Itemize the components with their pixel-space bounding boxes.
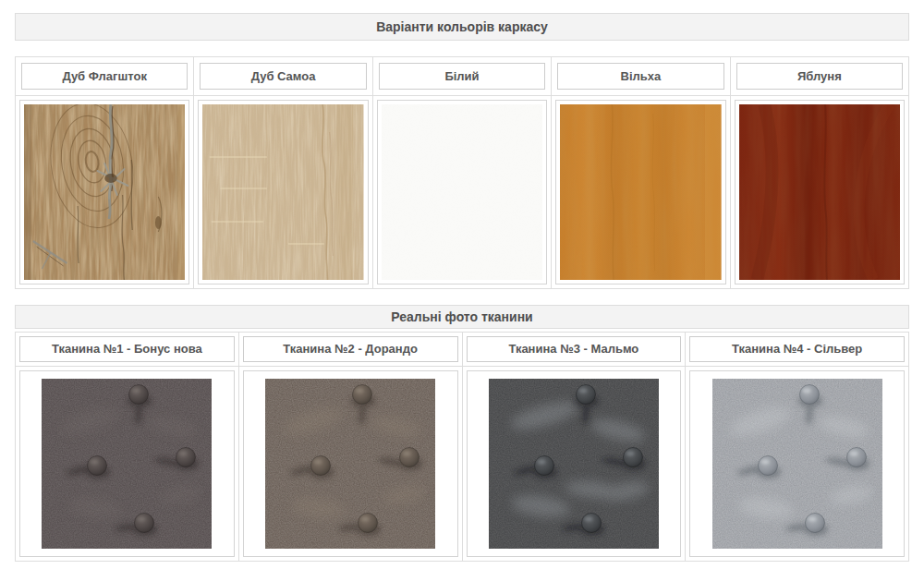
color-option-label: Яблуня — [736, 63, 903, 90]
color-option-label: Білий — [379, 63, 545, 90]
swatch-frame — [467, 370, 682, 557]
color-option-dub-samoa: Дуб Самоа — [194, 57, 372, 288]
section-title: Варіанти кольорів каркасу — [376, 19, 548, 34]
wood-swatch-image-vilkha — [560, 104, 721, 280]
color-option-label: Дуб Флагшток — [21, 63, 188, 90]
section-title: Реальні фото тканини — [391, 309, 532, 324]
color-option-yablunya: Яблуня — [731, 57, 908, 288]
fabric-option-1: Тканина №1 - Бонус нова — [16, 333, 239, 561]
fabric-photo-dorando — [265, 379, 435, 549]
section-header-fabric-photos: Реальні фото тканини — [15, 305, 909, 329]
frame-colors-table: Дуб Флагшток — [15, 56, 909, 289]
fabric-photo-malmo — [489, 379, 659, 549]
color-option-label: Дуб Самоа — [200, 63, 366, 90]
fabric-option-label: Тканина №2 - Дорандо — [243, 336, 458, 362]
color-option-label: Вільха — [557, 63, 723, 90]
fabric-photos-table: Тканина №1 - Бонус нова — [15, 332, 909, 562]
section-header-frame-colors: Варіанти кольорів каркасу — [15, 13, 909, 41]
color-option-dub-flagshtok: Дуб Флагшток — [16, 57, 194, 288]
fabric-photo-bonus-nova — [42, 379, 212, 549]
fabric-option-4: Тканина №4 - Сільвер — [686, 333, 908, 561]
swatch-frame — [689, 370, 905, 557]
fabric-option-2: Тканина №2 - Дорандо — [239, 333, 463, 561]
swatch-frame — [19, 370, 235, 557]
wood-swatch-image-dub-flagshtok — [24, 104, 185, 280]
page-content: Варіанти кольорів каркасу Дуб Флагшток — [0, 0, 924, 562]
fabric-option-3: Тканина №3 - Мальмо — [463, 333, 687, 561]
fabric-option-label: Тканина №3 - Мальмо — [467, 336, 682, 362]
wood-swatch-image-bilyi — [382, 104, 542, 280]
color-option-bilyi: Білий — [373, 57, 552, 288]
fabric-option-label: Тканина №4 - Сільвер — [689, 336, 905, 362]
wood-swatch-image-dub-samoa — [202, 104, 363, 280]
swatch-frame — [555, 100, 725, 284]
fabric-photo-silver — [712, 379, 882, 549]
wood-swatch-image-yablunya — [739, 104, 900, 280]
swatch-frame — [735, 100, 905, 284]
swatch-frame — [377, 100, 547, 284]
swatch-frame — [198, 100, 368, 284]
swatch-frame — [19, 100, 189, 284]
color-option-vilkha: Вільха — [552, 57, 730, 288]
fabric-option-label: Тканина №1 - Бонус нова — [19, 336, 235, 362]
swatch-frame — [243, 370, 458, 557]
